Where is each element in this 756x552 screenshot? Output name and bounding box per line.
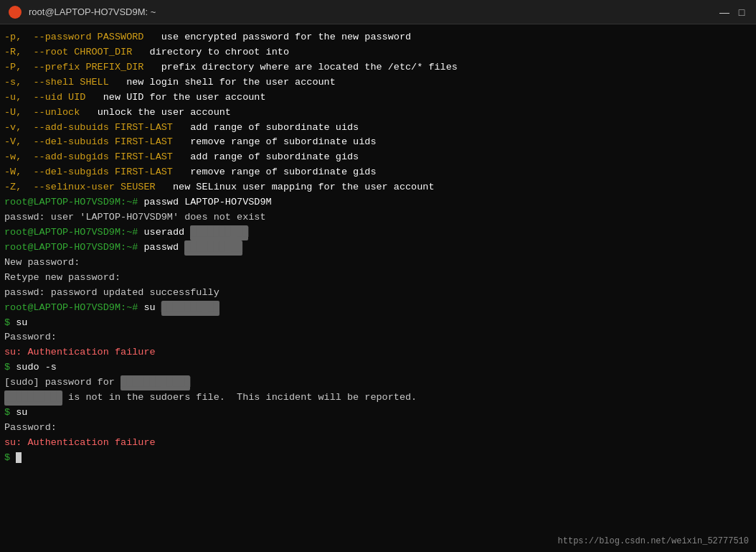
terminal-body[interactable]: -p, --password PASSWORD use encrypted pa… <box>0 24 756 552</box>
terminal-line: Password: <box>4 330 752 345</box>
terminal-line: su: Authentication failure <box>4 345 752 360</box>
terminal-line: -v, --add-subuids FIRST-LAST add range o… <box>4 121 752 136</box>
terminal-line: Password: <box>4 421 752 436</box>
terminal-line: root@LAPTOP-HO7VSD9M:~# su ███████ ██ <box>4 301 752 316</box>
watermark: https://blog.csdn.net/weixin_52777510 <box>558 536 749 546</box>
terminal-line: -V, --del-subuids FIRST-LAST remove rang… <box>4 135 752 150</box>
terminal-line: -u, --uid UID new UID for the user accou… <box>4 90 752 106</box>
terminal-line: New password: <box>4 256 752 271</box>
maximize-button[interactable]: □ <box>736 6 747 18</box>
minimize-button[interactable]: — <box>719 6 730 18</box>
terminal-line: root@LAPTOP-HO7VSD9M:~# useradd ███████ … <box>4 225 752 240</box>
terminal-line: passwd: password updated successfully <box>4 286 752 301</box>
terminal-line: $ su <box>4 316 752 331</box>
terminal-line: root@LAPTOP-HO7VSD9M:~# passwd LAPTOP-HO… <box>4 195 752 210</box>
terminal-line: $ su <box>4 406 752 421</box>
terminal-line: $ sudo -s <box>4 360 752 375</box>
terminal-line: root@LAPTOP-HO7VSD9M:~# passwd ███████ █… <box>4 240 752 256</box>
ubuntu-icon <box>9 6 22 19</box>
terminal-line: -Z, --selinux-user SEUSER new SELinux us… <box>4 180 752 195</box>
terminal-line: Retype new password: <box>4 271 752 286</box>
terminal-line: ███████ ██ is not in the sudoers file. T… <box>4 390 752 406</box>
terminal-line: -w, --add-subgids FIRST-LAST add range o… <box>4 150 752 165</box>
terminal-line: -W, --del-subgids FIRST-LAST remove rang… <box>4 165 752 180</box>
title-text: root@LAPTOP-HO7VSD9M: ~ <box>29 6 719 17</box>
terminal-line: -P, --prefix PREFIX_DIR prefix directory… <box>4 60 752 75</box>
terminal-line: su: Authentication failure <box>4 436 752 451</box>
terminal-line: [sudo] password for ███████ ████ <box>4 375 752 390</box>
terminal-line: -R, --root CHROOT_DIR directory to chroo… <box>4 45 752 60</box>
terminal-line: $ <box>4 451 752 466</box>
title-bar: root@LAPTOP-HO7VSD9M: ~ — □ <box>0 0 756 24</box>
terminal-line: -U, --unlock unlock the user account <box>4 106 752 121</box>
window-controls: — □ <box>719 6 747 18</box>
terminal-line: -s, --shell SHELL new login shell for th… <box>4 75 752 90</box>
terminal-line: passwd: user 'LAPTOP-HO7VSD9M' does not … <box>4 210 752 225</box>
terminal-line: -p, --password PASSWORD use encrypted pa… <box>4 30 752 45</box>
